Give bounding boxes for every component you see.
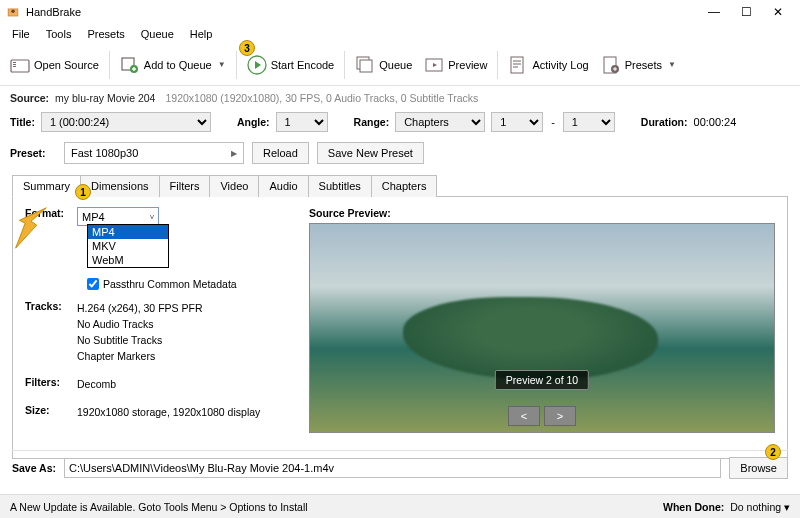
title-label: Title: <box>10 116 35 128</box>
track-item: H.264 (x264), 30 FPS PFR <box>77 300 202 316</box>
preview-label: Source Preview: <box>309 207 775 219</box>
preview-label: Preview <box>448 59 487 71</box>
preset-combo[interactable]: Fast 1080p30 ▶ <box>64 142 244 164</box>
whendone-select[interactable]: Do nothing ▾ <box>730 501 790 513</box>
tabs: Summary Dimensions Filters Video Audio S… <box>12 174 788 197</box>
passthru-checkbox[interactable] <box>87 278 99 290</box>
preview-badge: Preview 2 of 10 <box>495 370 589 390</box>
tab-subtitles[interactable]: Subtitles <box>308 175 372 197</box>
format-value: MP4 <box>82 211 105 223</box>
start-encode-label: Start Encode <box>271 59 335 71</box>
source-name: my blu-ray Movie 204 <box>55 92 155 104</box>
format-option-mp4[interactable]: MP4 <box>88 225 168 239</box>
queue-label: Queue <box>379 59 412 71</box>
angle-label: Angle: <box>237 116 270 128</box>
svg-rect-5 <box>13 64 16 65</box>
separator <box>344 51 345 79</box>
menu-file[interactable]: File <box>4 26 38 42</box>
chapter-from-select[interactable]: 1 <box>491 112 543 132</box>
summary-right: Source Preview: Preview 2 of 10 < > <box>309 207 775 448</box>
save-as-label: Save As: <box>12 462 56 474</box>
duration-label: Duration: <box>641 116 688 128</box>
add-queue-icon <box>120 55 140 75</box>
save-preset-button[interactable]: Save New Preset <box>317 142 424 164</box>
menubar: File Tools Presets Queue Help <box>0 24 800 44</box>
app-title: HandBrake <box>26 6 698 18</box>
presets-button[interactable]: Presets ▼ <box>597 55 680 75</box>
svg-rect-4 <box>13 62 16 63</box>
size-value: 1920x1080 storage, 1920x1080 display <box>77 404 260 420</box>
statusbar: A New Update is Available. Goto Tools Me… <box>0 494 800 518</box>
queue-button[interactable]: Queue <box>351 55 416 75</box>
range-label: Range: <box>354 116 390 128</box>
chevron-down-icon: ▼ <box>218 60 226 69</box>
preview-icon <box>424 55 444 75</box>
presets-icon <box>601 55 621 75</box>
svg-rect-11 <box>360 60 372 72</box>
add-queue-button[interactable]: Add to Queue ▼ <box>116 55 230 75</box>
preview-prev-button[interactable]: < <box>508 406 540 426</box>
preset-row: Preset: Fast 1080p30 ▶ Reload Save New P… <box>0 138 800 174</box>
preview-image: Preview 2 of 10 < > <box>309 223 775 433</box>
svg-rect-6 <box>13 66 16 67</box>
activity-icon <box>508 55 528 75</box>
track-item: No Audio Tracks <box>77 316 202 332</box>
angle-select[interactable]: 1 <box>276 112 328 132</box>
activity-button[interactable]: Activity Log <box>504 55 592 75</box>
format-option-webm[interactable]: WebM <box>88 253 168 267</box>
tab-video[interactable]: Video <box>209 175 259 197</box>
save-path-input[interactable] <box>64 458 721 478</box>
close-button[interactable]: ✕ <box>762 1 794 23</box>
filters-label: Filters: <box>25 376 77 388</box>
tab-summary[interactable]: Summary <box>12 175 81 197</box>
chapter-to-select[interactable]: 1 <box>563 112 615 132</box>
presets-label: Presets <box>625 59 662 71</box>
update-notice: A New Update is Available. Goto Tools Me… <box>10 501 308 513</box>
activity-label: Activity Log <box>532 59 588 71</box>
minimize-button[interactable]: — <box>698 1 730 23</box>
whendone-label: When Done: <box>663 501 724 513</box>
browse-button[interactable]: Browse <box>729 457 788 479</box>
app-icon <box>6 5 20 19</box>
menu-presets[interactable]: Presets <box>79 26 132 42</box>
svg-rect-13 <box>511 57 523 73</box>
preset-value: Fast 1080p30 <box>71 147 138 159</box>
menu-tools[interactable]: Tools <box>38 26 80 42</box>
titlebar: HandBrake — ☐ ✕ <box>0 0 800 24</box>
open-source-icon <box>10 55 30 75</box>
format-option-mkv[interactable]: MKV <box>88 239 168 253</box>
tracks-list: H.264 (x264), 30 FPS PFR No Audio Tracks… <box>77 300 202 364</box>
tab-filters[interactable]: Filters <box>159 175 211 197</box>
preview-button[interactable]: Preview <box>420 55 491 75</box>
open-source-label: Open Source <box>34 59 99 71</box>
callout-1: 1 <box>75 184 91 200</box>
title-select[interactable]: 1 (00:00:24) <box>41 112 211 132</box>
preview-next-button[interactable]: > <box>544 406 576 426</box>
size-label: Size: <box>25 404 77 416</box>
source-line: Source: my blu-ray Movie 204 1920x1080 (… <box>0 86 800 110</box>
source-label: Source: <box>10 92 49 104</box>
dash: - <box>551 116 555 128</box>
maximize-button[interactable]: ☐ <box>730 1 762 23</box>
tracks-label: Tracks: <box>25 300 77 312</box>
tab-chapters[interactable]: Chapters <box>371 175 438 197</box>
start-encode-button[interactable]: Start Encode <box>243 55 339 75</box>
chevron-right-icon: ▶ <box>231 149 237 158</box>
arrow-annotation <box>6 204 54 252</box>
toolbar: Open Source Add to Queue ▼ Start Encode … <box>0 44 800 86</box>
title-row: Title: 1 (00:00:24) Angle: 1 Range: Chap… <box>0 110 800 138</box>
tab-audio[interactable]: Audio <box>258 175 308 197</box>
chevron-down-icon: ▼ <box>668 60 676 69</box>
reload-button[interactable]: Reload <box>252 142 309 164</box>
menu-help[interactable]: Help <box>182 26 221 42</box>
preset-label: Preset: <box>10 147 56 159</box>
callout-3: 3 <box>239 40 255 56</box>
separator <box>236 51 237 79</box>
tab-dimensions[interactable]: Dimensions <box>80 175 159 197</box>
separator <box>109 51 110 79</box>
range-type-select[interactable]: Chapters <box>395 112 485 132</box>
chevron-down-icon: v <box>150 212 154 221</box>
tab-panel-summary: Format: MP4 v MP4 MKV WebM Passthru Comm… <box>12 197 788 459</box>
menu-queue[interactable]: Queue <box>133 26 182 42</box>
open-source-button[interactable]: Open Source <box>6 55 103 75</box>
